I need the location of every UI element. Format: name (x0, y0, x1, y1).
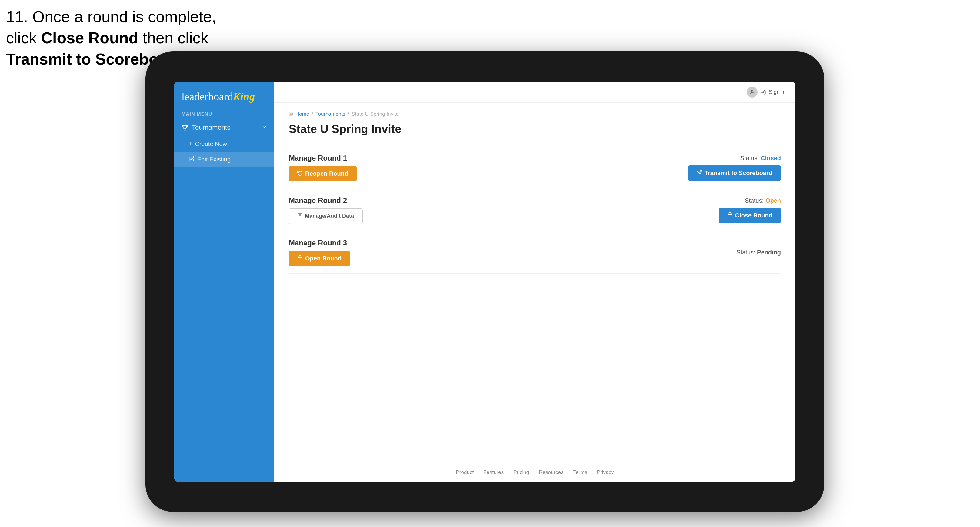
breadcrumb-current: State U Spring Invite (352, 111, 399, 117)
transmit-icon (697, 170, 702, 176)
sign-in-label: Sign In (760, 89, 786, 95)
main-content: Sign In Home / (274, 82, 795, 482)
svg-rect-11 (298, 257, 302, 260)
sidebar: leaderboardKing MAIN MENU (174, 82, 274, 482)
close-round-button[interactable]: Close Round (719, 208, 781, 223)
sidebar-item-edit-existing[interactable]: Edit Existing (174, 152, 274, 167)
main-menu-label: MAIN MENU (174, 109, 274, 119)
audit-icon (298, 213, 302, 219)
avatar (747, 87, 757, 97)
footer-features[interactable]: Features (483, 470, 504, 476)
breadcrumb-home-icon (289, 111, 293, 117)
edit-icon (189, 156, 194, 163)
tablet-screen: leaderboardKing MAIN MENU (174, 82, 795, 482)
breadcrumb-home[interactable]: Home (296, 111, 309, 117)
footer-privacy[interactable]: Privacy (597, 470, 614, 476)
breadcrumb: Home / Tournaments / State U Spring Invi… (289, 111, 781, 117)
sign-in-button[interactable]: Sign In (747, 87, 786, 97)
round-1-title: Manage Round 1 (289, 154, 357, 162)
manage-audit-button[interactable]: Manage/Audit Data (289, 208, 363, 224)
footer: Product Features Pricing Resources Terms… (274, 463, 795, 482)
round-2-title: Manage Round 2 (289, 196, 363, 205)
round-2-status: Status: Open (745, 197, 781, 204)
tablet-frame: leaderboardKing MAIN MENU (145, 51, 824, 512)
footer-pricing[interactable]: Pricing (513, 470, 529, 476)
breadcrumb-sep1: / (312, 111, 313, 117)
sidebar-tournaments-label: Tournaments (192, 124, 230, 132)
instruction-line1: 11. Once a round is complete, (6, 6, 216, 27)
round-1-section: Manage Round 1 Reopen Round (289, 147, 781, 189)
top-bar: Sign In (274, 82, 795, 103)
app-container: leaderboardKing MAIN MENU (174, 82, 795, 482)
breadcrumb-tournaments[interactable]: Tournaments (315, 111, 345, 117)
open-icon (297, 255, 303, 262)
content-area: Home / Tournaments / State U Spring Invi… (274, 103, 795, 463)
round-3-section: Manage Round 3 Open Round (289, 232, 781, 274)
create-new-label: Create New (195, 141, 227, 148)
svg-point-2 (751, 90, 753, 92)
footer-terms[interactable]: Terms (573, 470, 587, 476)
footer-resources[interactable]: Resources (539, 470, 563, 476)
page-title: State U Spring Invite (289, 123, 781, 136)
transmit-to-scoreboard-button[interactable]: Transmit to Scoreboard (688, 165, 781, 181)
edit-existing-label: Edit Existing (197, 156, 231, 163)
logo-leader: leaderboard (181, 90, 233, 103)
reopen-icon (297, 170, 303, 177)
svg-rect-10 (728, 214, 732, 217)
logo-king: King (233, 90, 255, 103)
round-2-section: Manage Round 2 (289, 189, 781, 232)
logo: leaderboardKing (181, 90, 267, 103)
sidebar-item-tournaments[interactable]: Tournaments (174, 119, 274, 136)
round-1-status: Status: Closed (740, 155, 781, 162)
chevron-down-icon (261, 124, 267, 132)
instruction-line2: click Close Round then click (6, 27, 216, 48)
round-3-status: Status: Pending (737, 249, 781, 256)
round-3-title: Manage Round 3 (289, 239, 350, 247)
sidebar-item-create-new[interactable]: + Create New (174, 136, 274, 152)
logo-area: leaderboardKing (174, 82, 274, 109)
plus-icon: + (189, 141, 192, 147)
breadcrumb-sep2: / (348, 111, 349, 117)
open-round-button[interactable]: Open Round (289, 251, 350, 266)
lock-icon (727, 212, 733, 219)
reopen-round-button[interactable]: Reopen Round (289, 166, 357, 181)
trophy-icon (181, 124, 188, 131)
footer-product[interactable]: Product (456, 470, 474, 476)
